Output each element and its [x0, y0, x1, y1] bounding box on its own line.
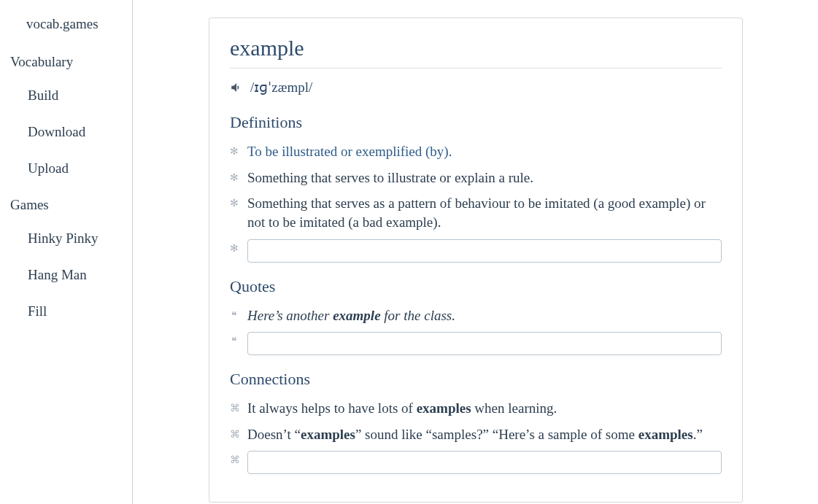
sidebar-item-upload[interactable]: Upload — [0, 160, 132, 177]
connection-text: It always helps to have lots of examples… — [247, 399, 722, 418]
sidebar-item-hang-man[interactable]: Hang Man — [0, 267, 132, 283]
connection-input-row: ⌘ — [230, 451, 722, 474]
asterisk-icon: ✻ — [230, 194, 239, 209]
sidebar: vocab.games Vocabulary Build Download Up… — [0, 0, 133, 504]
word-card: example /ɪɡˈzæmpl/ Definitions ✻ To be i… — [209, 18, 743, 503]
word-title: example — [230, 36, 722, 69]
command-icon: ⌘ — [230, 399, 239, 414]
connection-text: Doesn’t “examples” sound like “samples?”… — [247, 425, 722, 444]
brand-title[interactable]: vocab.games — [0, 16, 132, 32]
connection-input[interactable] — [247, 451, 722, 474]
asterisk-icon: ✻ — [230, 239, 239, 255]
audio-icon[interactable] — [230, 81, 243, 94]
definition-input-row: ✻ — [230, 239, 722, 263]
definition-input[interactable] — [247, 239, 722, 263]
definition-text: Something that serves as a pattern of be… — [247, 194, 722, 231]
sidebar-item-download[interactable]: Download — [0, 124, 132, 140]
sidebar-heading-vocabulary: Vocabulary — [0, 54, 132, 70]
sidebar-item-fill[interactable]: Fill — [0, 303, 132, 319]
pronunciation-text: /ɪɡˈzæmpl/ — [250, 79, 312, 96]
definition-item: ✻ Something that serves to illustrate or… — [230, 168, 722, 187]
command-icon: ⌘ — [230, 425, 239, 441]
definition-text[interactable]: To be illustrated or exemplified (by). — [247, 142, 722, 161]
quote-text: Here’s another example for the class. — [247, 306, 722, 325]
definition-text: Something that serves to illustrate or e… — [247, 168, 722, 187]
quote-item: ❝ Here’s another example for the class. — [230, 306, 722, 325]
connections-heading: Connections — [230, 370, 722, 389]
quote-icon: ❝ — [230, 332, 239, 347]
sidebar-item-hinky-pinky[interactable]: Hinky Pinky — [0, 230, 132, 247]
asterisk-icon: ✻ — [230, 142, 239, 158]
definition-item: ✻ To be illustrated or exemplified (by). — [230, 142, 722, 161]
quote-input-row: ❝ — [230, 332, 722, 355]
sidebar-item-build[interactable]: Build — [0, 88, 132, 104]
main-content: example /ɪɡˈzæmpl/ Definitions ✻ To be i… — [133, 0, 818, 504]
sidebar-heading-games: Games — [0, 197, 132, 213]
quote-input[interactable] — [247, 332, 722, 355]
pronunciation-row: /ɪɡˈzæmpl/ — [230, 79, 722, 96]
definition-item: ✻ Something that serves as a pattern of … — [230, 194, 722, 231]
quotes-heading: Quotes — [230, 277, 722, 296]
asterisk-icon: ✻ — [230, 168, 239, 184]
definitions-heading: Definitions — [230, 113, 722, 132]
connection-item: ⌘ Doesn’t “examples” sound like “samples… — [230, 425, 722, 444]
quote-icon: ❝ — [230, 306, 239, 322]
command-icon: ⌘ — [230, 451, 239, 466]
connection-item: ⌘ It always helps to have lots of exampl… — [230, 399, 722, 418]
